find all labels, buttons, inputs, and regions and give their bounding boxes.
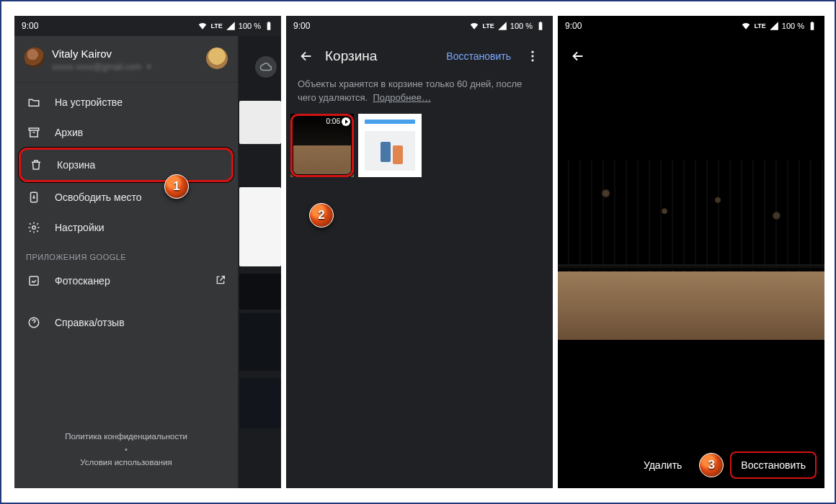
status-time: 9:00 <box>293 21 310 31</box>
account-email[interactable]: xxxxx xxxx@gmail.com▼ <box>52 62 152 72</box>
delete-button[interactable]: Удалить <box>633 452 692 478</box>
wifi-icon <box>741 21 751 31</box>
profile-photo[interactable] <box>206 48 228 69</box>
app-bar: Корзина Восстановить <box>286 36 553 76</box>
signal-icon <box>769 21 779 31</box>
trash-item-video[interactable]: 0:06 <box>290 114 354 177</box>
status-bar: 9:00 LTE 100 % <box>14 16 281 36</box>
chevron-down-icon: ▼ <box>146 63 152 71</box>
cloud-backup-icon <box>255 56 277 78</box>
account-name: Vitaly Kairov <box>52 48 152 60</box>
screen-drawer: 9:00 LTE 100 % Vitaly Kairov <box>14 16 281 488</box>
external-link-icon <box>215 274 226 288</box>
signal-icon <box>226 21 236 31</box>
network-label: LTE <box>754 22 765 30</box>
step-badge-2: 2 <box>309 203 334 228</box>
svg-rect-3 <box>30 276 38 285</box>
screen-viewer: 9:00 LTE 100 % Удалить 3 Восстановить <box>558 16 824 488</box>
trash-item-image[interactable] <box>358 114 422 177</box>
menu-trash[interactable]: Корзина <box>19 148 234 182</box>
status-bar: 9:00 LTE 100 % <box>286 16 553 36</box>
trash-info: Объекты хранятся в корзине только 60 дне… <box>286 76 553 112</box>
network-label: LTE <box>210 22 222 30</box>
page-title: Корзина <box>322 48 440 64</box>
section-google-apps: ПРИЛОЖЕНИЯ GOOGLE <box>14 243 238 266</box>
photoscan-icon <box>26 273 42 289</box>
status-time: 9:00 <box>22 21 38 31</box>
menu-settings[interactable]: Настройки <box>14 212 238 243</box>
video-duration-badge: 0:06 <box>326 117 350 126</box>
terms-link[interactable]: Условия использования <box>14 458 238 467</box>
back-button[interactable] <box>290 40 322 72</box>
free-space-icon <box>26 189 42 205</box>
svg-point-7 <box>531 59 533 61</box>
step-badge-3: 3 <box>699 453 724 477</box>
step-badge-1: 1 <box>164 174 189 199</box>
svg-rect-0 <box>29 128 39 130</box>
back-button[interactable] <box>562 40 594 72</box>
battery-icon <box>535 21 546 31</box>
menu-photoscanner[interactable]: Фотосканер <box>14 266 238 296</box>
account-avatar-small[interactable] <box>25 48 45 68</box>
gear-icon <box>26 220 42 235</box>
media-preview[interactable] <box>558 160 824 340</box>
menu-help[interactable]: Справка/отзыв <box>14 307 238 338</box>
svg-point-2 <box>32 226 36 230</box>
navigation-drawer: Vitaly Kairov xxxxx xxxx@gmail.com▼ На у… <box>14 36 238 488</box>
battery-label: 100 % <box>510 22 533 30</box>
restore-all-action[interactable]: Восстановить <box>440 50 517 62</box>
archive-icon <box>26 125 42 140</box>
screen-trash: 9:00 LTE 100 % Корзина Восстановить Объе… <box>286 16 553 488</box>
restore-button[interactable]: Восстановить <box>731 452 816 478</box>
status-bar: 9:00 LTE 100 % <box>558 16 824 36</box>
battery-label: 100 % <box>239 22 261 30</box>
svg-point-6 <box>531 55 533 57</box>
wifi-icon <box>469 21 479 31</box>
play-icon <box>342 117 350 126</box>
signal-icon <box>497 21 507 31</box>
svg-point-5 <box>531 51 533 53</box>
battery-icon <box>264 21 274 31</box>
help-icon <box>26 315 42 330</box>
menu-archive[interactable]: Архив <box>14 117 238 148</box>
menu-free-space[interactable]: Освободить место <box>14 182 238 212</box>
privacy-link[interactable]: Политика конфиденциальности <box>14 432 238 441</box>
learn-more-link[interactable]: Подробнее… <box>373 92 430 103</box>
status-time: 9:00 <box>565 21 582 31</box>
trash-icon <box>28 157 44 173</box>
battery-label: 100 % <box>782 22 804 30</box>
battery-icon <box>807 21 817 31</box>
folder-icon <box>26 94 42 110</box>
overflow-menu-icon[interactable] <box>517 40 548 72</box>
wifi-icon <box>197 21 208 31</box>
network-label: LTE <box>482 22 494 30</box>
menu-on-device[interactable]: На устройстве <box>14 87 238 117</box>
